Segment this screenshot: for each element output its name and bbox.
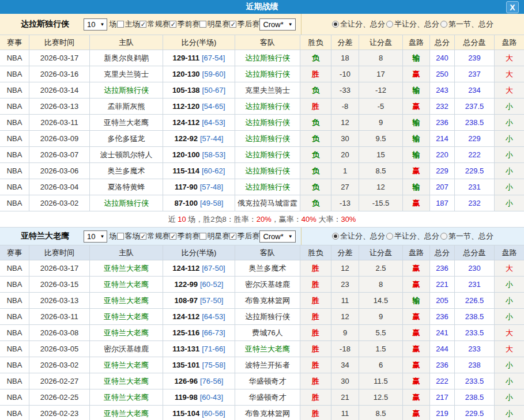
scope-radio-option[interactable]: 半让分、总分 xyxy=(386,231,439,241)
radio-selected-icon[interactable] xyxy=(332,21,339,28)
filter-checkboxes: 主场常规赛季前赛明星赛季后赛 xyxy=(117,19,259,29)
halftime-score: [71-66] xyxy=(202,345,225,353)
filter-checkbox-item[interactable]: 季后赛 xyxy=(229,19,259,29)
cell-diff: 12 xyxy=(331,115,359,131)
filter-checkbox-item[interactable]: 常规赛 xyxy=(140,19,169,29)
scope-radio-option[interactable]: 全让分、总分 xyxy=(332,19,385,29)
checkbox-unchecked-icon[interactable] xyxy=(199,21,206,28)
cell-total_line: 237 xyxy=(455,66,495,82)
column-header: 客队 xyxy=(235,35,300,50)
score-value: 120-130 xyxy=(172,70,200,78)
radio-unselected-icon[interactable] xyxy=(440,233,447,240)
league-type-value: Crow* xyxy=(263,20,283,29)
cell-scorehalf: 126-96[76-56] xyxy=(163,373,235,389)
checkbox-checked-icon[interactable] xyxy=(140,233,146,240)
games-count-select[interactable]: 10 ▼ xyxy=(84,18,107,31)
radio-unselected-icon[interactable] xyxy=(386,233,393,240)
cell-result: 负 xyxy=(300,163,331,179)
radio-unselected-icon[interactable] xyxy=(386,21,393,28)
column-header: 盘路 xyxy=(495,35,524,50)
cell-total_line: 238.5 xyxy=(455,309,495,325)
cell-scorehalf: 125-116[66-73] xyxy=(163,325,235,341)
checkbox-checked-icon[interactable] xyxy=(169,233,176,240)
score-value: 122-99 xyxy=(175,280,198,289)
cell-total: 217 xyxy=(430,389,455,406)
cell-away: 达拉斯独行侠 xyxy=(235,99,300,115)
cell-scorehalf: 115-114[60-62] xyxy=(163,163,235,179)
filter-row: 达拉斯独行侠 10 ▼ 场 主场常规赛季前赛明星赛季后赛 Crow* ▼ 全让分… xyxy=(0,14,524,35)
column-header: 分差 xyxy=(331,35,359,50)
halftime-score: [67-54] xyxy=(202,54,225,62)
checkbox-checked-icon[interactable] xyxy=(140,21,146,28)
cell-total_line: 226.5 xyxy=(455,293,495,309)
cell-scorehalf: 113-131[71-66] xyxy=(163,341,235,357)
table-row: NBA2026-03-13亚特兰大老鹰108-97[57-50]布鲁克林篮网胜1… xyxy=(0,293,524,309)
filter-checkbox-item[interactable]: 明星赛 xyxy=(199,19,229,29)
cell-result: 胜 xyxy=(300,373,331,389)
cell-home: 亚特兰大老鹰 xyxy=(90,325,163,341)
score-value: 115-114 xyxy=(173,167,199,175)
cell-away: 华盛顿奇才 xyxy=(235,389,300,406)
cell-total: 240 xyxy=(430,50,455,66)
filter-checkbox-item[interactable]: 常规赛 xyxy=(140,231,169,241)
cell-diff: 1 xyxy=(331,163,359,179)
column-header: 总分 xyxy=(430,35,455,50)
cell-ou: 大 xyxy=(495,325,524,341)
score-value: 135-101 xyxy=(172,361,200,369)
scope-radio-option[interactable]: 半让分、总分 xyxy=(386,19,439,29)
cell-cover: 赢 xyxy=(403,163,430,179)
cell-scorehalf: 112-120[54-65] xyxy=(163,99,235,115)
scope-radio-option[interactable]: 全让分、总分 xyxy=(332,231,385,241)
cell-date: 2026-02-27 xyxy=(29,373,90,389)
filter-checkbox-item[interactable]: 季前赛 xyxy=(169,231,199,241)
cell-away: 达拉斯独行侠 xyxy=(235,66,300,82)
cell-away: 达拉斯独行侠 xyxy=(235,50,300,66)
radio-selected-icon[interactable] xyxy=(332,233,339,240)
halftime-score: [54-65] xyxy=(202,102,225,111)
cell-league: NBA xyxy=(0,277,29,293)
scope-radio-option[interactable]: 第一节、总分 xyxy=(440,231,493,241)
halftime-score: [50-67] xyxy=(202,86,225,94)
scope-radio-label: 半让分、总分 xyxy=(394,19,439,29)
cell-total: 236 xyxy=(430,309,455,325)
checkbox-checked-icon[interactable] xyxy=(169,21,176,28)
checkbox-unchecked-icon[interactable] xyxy=(117,233,124,240)
filter-checkbox-item[interactable]: 季后赛 xyxy=(229,231,259,241)
cell-total_line: 239 xyxy=(455,50,495,66)
cell-league: NBA xyxy=(0,50,29,66)
cell-league: NBA xyxy=(0,195,29,211)
cell-total: 205 xyxy=(430,293,455,309)
cell-diff: 11 xyxy=(331,406,359,420)
halftime-score: [49-58] xyxy=(200,199,223,207)
chevron-down-icon: ▼ xyxy=(288,22,293,27)
cell-home: 亚特兰大老鹰 xyxy=(90,373,163,389)
cell-date: 2026-03-06 xyxy=(29,163,90,179)
cell-home: 密尔沃基雄鹿 xyxy=(90,341,163,357)
filter-left: 亚特兰大老鹰 10 ▼ 场 客场常规赛季前赛明星赛季后赛 Crow* ▼ xyxy=(0,228,301,245)
cell-ou: 小 xyxy=(495,277,524,293)
checkbox-checked-icon[interactable] xyxy=(229,21,236,28)
filter-checkbox-item[interactable]: 主场 xyxy=(117,19,140,29)
cell-diff: 34 xyxy=(331,357,359,373)
checkbox-unchecked-icon[interactable] xyxy=(117,21,124,28)
league-type-select[interactable]: Crow* ▼ xyxy=(259,18,295,31)
close-button[interactable]: X xyxy=(506,1,519,13)
scope-radio-option[interactable]: 第一节、总分 xyxy=(440,19,493,29)
checkbox-unchecked-icon[interactable] xyxy=(199,233,206,240)
cell-cover: 赢 xyxy=(403,195,430,211)
cell-ou: 小 xyxy=(495,99,524,115)
halftime-score: [58-53] xyxy=(202,150,225,159)
filter-checkbox-item[interactable]: 明星赛 xyxy=(199,231,229,241)
cell-scorehalf: 129-111[67-54] xyxy=(163,50,235,66)
cell-away: 亚特兰大老鹰 xyxy=(235,341,300,357)
checkbox-checked-icon[interactable] xyxy=(229,233,236,240)
filter-checkbox-item[interactable]: 客场 xyxy=(117,231,140,241)
league-type-select[interactable]: Crow* ▼ xyxy=(259,230,295,243)
filter-checkbox-item[interactable]: 季前赛 xyxy=(169,19,199,29)
cell-home: 达拉斯独行侠 xyxy=(90,82,163,99)
cell-result: 胜 xyxy=(300,260,331,277)
cell-league: NBA xyxy=(0,163,29,179)
radio-unselected-icon[interactable] xyxy=(440,21,447,28)
games-count-select[interactable]: 10 ▼ xyxy=(84,230,107,243)
halftime-score: [57-50] xyxy=(200,296,223,305)
